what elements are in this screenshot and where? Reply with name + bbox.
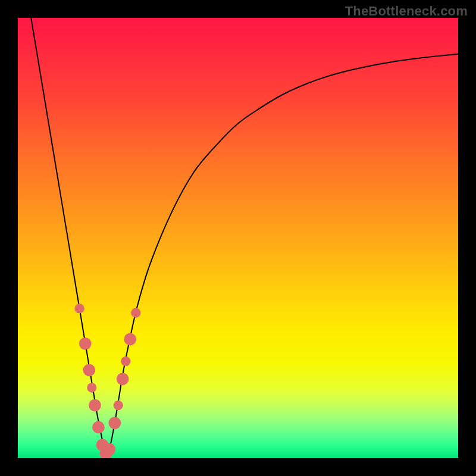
data-marker [87,383,96,392]
data-marker [117,372,129,385]
watermark-text: TheBottleneck.com [345,4,468,19]
data-marker [121,356,130,366]
chart-frame: TheBottleneck.com [0,0,476,476]
data-marker [104,443,116,456]
data-marker [83,364,96,377]
data-marker [79,337,92,350]
curve-svg [18,18,458,458]
data-marker [131,308,140,318]
data-marker [89,399,101,412]
data-marker [124,333,136,346]
data-marker [108,416,121,429]
data-marker [92,421,105,434]
markers-group [74,303,140,458]
data-marker [74,303,84,313]
data-marker [114,400,123,410]
plot-area [18,18,458,458]
